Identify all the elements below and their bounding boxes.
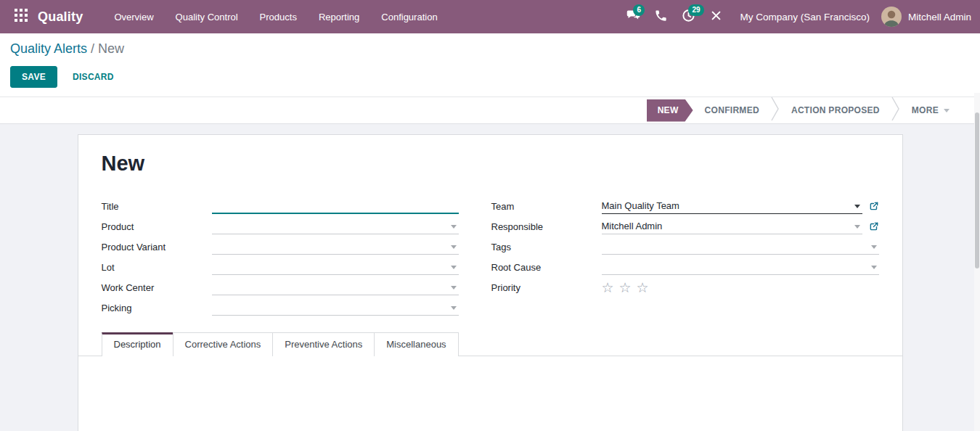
product-field[interactable]	[212, 219, 459, 234]
discard-button[interactable]: DISCARD	[62, 66, 125, 88]
main-menu: OverviewQuality ControlProductsReporting…	[103, 0, 448, 33]
field-label-tags: Tags	[491, 242, 602, 253]
field-label-product-variant: Product Variant	[102, 242, 212, 253]
description-tab-content[interactable]	[78, 356, 902, 431]
field-row-root-cause: Root Cause	[491, 257, 879, 277]
user-menu[interactable]: Mitchell Admin	[908, 12, 971, 22]
lot-field[interactable]	[212, 260, 459, 275]
dropdown-caret-icon[interactable]	[451, 266, 457, 269]
top-navbar: Quality OverviewQuality ControlProductsR…	[0, 0, 980, 33]
chevron-down-icon	[944, 109, 950, 112]
tools-button[interactable]	[702, 0, 730, 33]
field-row-team: TeamMain Quality Team	[491, 196, 879, 216]
field-label-root-cause: Root Cause	[491, 262, 602, 273]
team-field[interactable]: Main Quality Team	[602, 199, 862, 214]
stage-pipeline: NEWCONFIRMEDACTION PROPOSEDMORE	[647, 97, 961, 123]
tab-corrective-actions[interactable]: Corrective Actions	[173, 332, 274, 356]
dropdown-caret-icon[interactable]	[871, 266, 877, 269]
tab-preventive-actions[interactable]: Preventive Actions	[272, 332, 375, 356]
app-name[interactable]: Quality	[38, 9, 83, 25]
phone-icon	[654, 9, 668, 25]
stage-new[interactable]: NEW	[647, 99, 693, 122]
menu-products[interactable]: Products	[249, 0, 308, 33]
record-title: New	[78, 152, 902, 176]
priority-star-icon[interactable]: ☆	[619, 281, 632, 295]
user-avatar[interactable]	[881, 7, 902, 27]
priority-stars: ☆☆☆	[602, 281, 654, 295]
stage-action-proposed[interactable]: ACTION PROPOSED	[780, 97, 891, 123]
field-label-lot: Lot	[102, 262, 212, 273]
control-panel: Quality Alerts / New SAVE DISCARD	[0, 33, 980, 97]
field-label-product: Product	[102, 221, 212, 232]
stage-chevron-icon	[771, 97, 780, 124]
company-switcher[interactable]: My Company (San Francisco)	[740, 12, 870, 22]
breadcrumb-parent-link[interactable]: Quality Alerts	[10, 41, 87, 56]
field-label-work-center: Work Center	[102, 282, 212, 293]
form-right-column: TeamMain Quality TeamResponsibleMitchell…	[491, 196, 879, 318]
responsible-field[interactable]: Mitchell Admin	[602, 219, 862, 234]
save-button[interactable]: SAVE	[10, 66, 57, 88]
dropdown-caret-icon[interactable]	[451, 225, 457, 229]
phone-button[interactable]	[647, 0, 674, 33]
field-row-responsible: ResponsibleMitchell Admin	[491, 216, 879, 237]
picking-field[interactable]	[212, 300, 459, 316]
field-label-team: Team	[491, 201, 602, 212]
field-row-priority: Priority☆☆☆	[491, 277, 879, 297]
field-label-responsible: Responsible	[491, 221, 602, 232]
notebook-tabs: DescriptionCorrective ActionsPreventive …	[102, 332, 902, 356]
navbar-left: Quality OverviewQuality ControlProductsR…	[9, 0, 449, 33]
field-row-lot: Lot	[102, 257, 459, 277]
messages-button[interactable]: 6	[619, 0, 647, 33]
activities-button[interactable]: 29	[674, 0, 702, 33]
product-variant-field[interactable]	[212, 239, 459, 255]
external-link-icon[interactable]	[869, 201, 879, 211]
title-field[interactable]	[212, 199, 459, 214]
menu-quality-control[interactable]: Quality Control	[165, 0, 249, 33]
statusbar: NEWCONFIRMEDACTION PROPOSEDMORE	[0, 97, 980, 124]
dropdown-caret-icon[interactable]	[854, 205, 860, 208]
vertical-scrollbar-thumb[interactable]	[975, 112, 979, 268]
form-fields: TitleProductProduct VariantLotWork Cente…	[78, 196, 902, 318]
menu-configuration[interactable]: Configuration	[370, 0, 448, 33]
tab-miscellaneous[interactable]: Miscellaneous	[374, 332, 458, 356]
menu-overview[interactable]: Overview	[103, 0, 164, 33]
field-row-tags: Tags	[491, 237, 879, 257]
field-row-picking: Picking	[102, 297, 459, 318]
navbar-right: 6 29	[619, 0, 973, 33]
tools-icon	[709, 9, 723, 25]
tags-field[interactable]	[602, 239, 879, 255]
messages-badge: 6	[633, 4, 645, 16]
apps-grid-icon	[15, 9, 28, 25]
priority-star-icon[interactable]: ☆	[637, 281, 649, 295]
stage-confirmed[interactable]: CONFIRMED	[693, 97, 771, 123]
work-center-field[interactable]	[212, 280, 459, 295]
field-row-product-variant: Product Variant	[102, 237, 459, 257]
breadcrumb-separator: /	[87, 41, 98, 56]
control-panel-buttons: SAVE DISCARD	[10, 66, 968, 88]
menu-reporting[interactable]: Reporting	[308, 0, 370, 33]
dropdown-caret-icon[interactable]	[451, 306, 457, 310]
apps-menu-button[interactable]	[9, 0, 33, 33]
field-row-work-center: Work Center	[102, 277, 459, 297]
priority-star-icon[interactable]: ☆	[602, 281, 614, 295]
external-link-icon[interactable]	[869, 221, 879, 231]
stage-chevron-icon	[891, 97, 900, 124]
tab-description[interactable]: Description	[102, 332, 173, 356]
field-row-product: Product	[102, 216, 459, 237]
dropdown-caret-icon[interactable]	[451, 286, 457, 290]
field-label-picking: Picking	[102, 303, 212, 313]
activities-badge: 29	[688, 4, 703, 16]
dropdown-caret-icon[interactable]	[451, 245, 457, 249]
form-sheet: New TitleProductProduct VariantLotWork C…	[78, 134, 903, 431]
field-label-title: Title	[102, 201, 212, 212]
breadcrumb-current: New	[98, 41, 124, 56]
breadcrumb: Quality Alerts / New	[10, 41, 968, 57]
form-left-column: TitleProductProduct VariantLotWork Cente…	[102, 196, 459, 318]
content-area: New TitleProductProduct VariantLotWork C…	[0, 124, 980, 431]
dropdown-caret-icon[interactable]	[871, 245, 877, 249]
root-cause-field[interactable]	[602, 260, 879, 275]
vertical-scrollbar-track[interactable]	[974, 93, 980, 431]
field-row-title: Title	[102, 196, 459, 216]
dropdown-caret-icon[interactable]	[854, 225, 860, 229]
stage-more-button[interactable]: MORE	[900, 97, 961, 123]
